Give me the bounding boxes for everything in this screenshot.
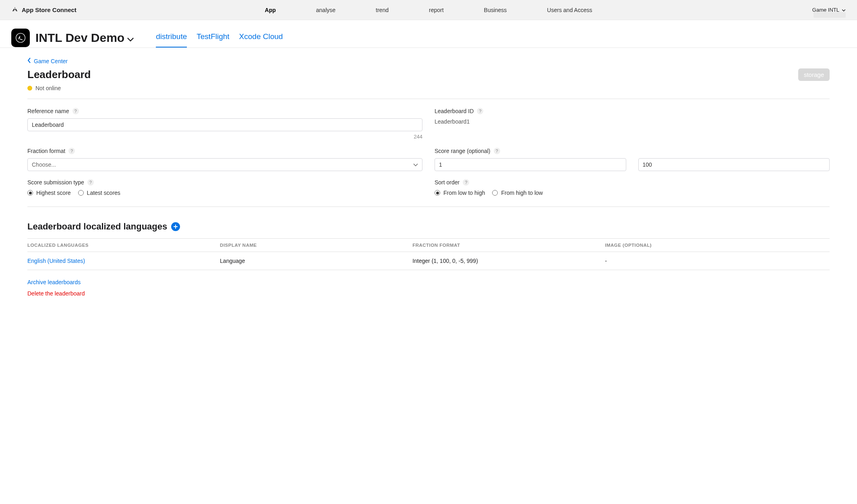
add-language-button[interactable]: [171, 222, 180, 231]
help-icon[interactable]: ?: [463, 179, 469, 186]
radio-highest-score-label: Highest score: [36, 190, 71, 196]
chevron-left-icon: [27, 58, 31, 64]
product-name: App Store Connect: [22, 6, 77, 13]
help-icon[interactable]: ?: [477, 108, 483, 114]
fraction-format-cell: Integer (1, 100, 0, -5, 999): [412, 252, 605, 270]
tab-distribute[interactable]: distribute: [156, 28, 187, 48]
breadcrumb-text: Game Center: [34, 58, 68, 64]
chevron-down-icon: [127, 31, 134, 45]
col-image: IMAGE (OPTIONAL): [605, 239, 830, 252]
radio-highest-score[interactable]: [27, 190, 33, 196]
col-localized-languages: LOCALIZED LANGUAGES: [27, 239, 220, 252]
app-icon: [11, 29, 30, 47]
fraction-format-field: Fraction format ? Choose...: [27, 148, 422, 171]
col-display-name: DISPLAY NAME: [220, 239, 412, 252]
app-title-text: INTL Dev Demo: [35, 31, 124, 45]
score-range-field: Score range (optional) ?: [435, 148, 830, 171]
radio-high-to-low[interactable]: [492, 190, 498, 196]
radio-low-to-high-label: From low to high: [443, 190, 485, 196]
status-row: Not online: [27, 85, 830, 91]
breadcrumb[interactable]: Game Center: [27, 58, 830, 64]
col-fraction-format: FRACTION FORMAT: [412, 239, 605, 252]
score-range-min-input[interactable]: [435, 158, 626, 171]
score-submission-field: Score submission type ? Highest score La…: [27, 179, 422, 196]
svg-point-0: [16, 33, 25, 43]
languages-table: LOCALIZED LANGUAGES DISPLAY NAME FRACTIO…: [27, 238, 830, 270]
chevron-down-icon: [413, 161, 418, 168]
reference-name-counter: 244: [27, 134, 422, 140]
score-range-label: Score range (optional): [435, 148, 491, 154]
help-icon[interactable]: ?: [68, 148, 75, 154]
reference-name-label: Reference name: [27, 108, 69, 114]
leaderboard-id-field: Leaderboard ID ? Leaderboard1: [435, 108, 830, 140]
leaderboard-id-value: Leaderboard1: [435, 118, 830, 125]
sort-order-label: Sort order: [435, 179, 460, 186]
top-bar: App Store Connect App analyse trend repo…: [0, 0, 857, 20]
reference-name-field: Reference name ? 244: [27, 108, 422, 140]
divider: [27, 207, 830, 207]
archive-leaderboards-link[interactable]: Archive leaderboards: [27, 279, 830, 285]
display-name-cell: Language: [220, 252, 412, 270]
app-header: INTL Dev Demo distribute TestFlight Xcod…: [0, 20, 857, 48]
help-icon[interactable]: ?: [494, 148, 500, 154]
language-link[interactable]: English (United States): [27, 258, 85, 264]
divider: [27, 99, 830, 99]
radio-latest-scores-label: Latest scores: [87, 190, 120, 196]
delete-leaderboard-link[interactable]: Delete the leaderboard: [27, 290, 830, 297]
reference-name-input[interactable]: [27, 118, 422, 131]
app-tabs: distribute TestFlight Xcode Cloud: [156, 28, 283, 48]
fraction-format-select[interactable]: Choose...: [27, 158, 422, 171]
radio-high-to-low-label: From high to low: [501, 190, 542, 196]
fraction-format-placeholder: Choose...: [32, 161, 56, 168]
radio-latest-scores[interactable]: [78, 190, 84, 196]
logo-section[interactable]: App Store Connect: [11, 6, 77, 14]
image-cell: -: [605, 252, 830, 270]
app-store-connect-icon: [11, 6, 19, 14]
content: Game Center Leaderboard storage Not onli…: [0, 48, 857, 313]
score-submission-label: Score submission type: [27, 179, 84, 186]
storage-button[interactable]: storage: [798, 68, 830, 81]
nav-app[interactable]: App: [265, 7, 276, 13]
top-nav: App analyse trend report Business Users …: [265, 7, 592, 13]
sort-order-field: Sort order ? From low to high From high …: [435, 179, 830, 196]
nav-business[interactable]: Business: [484, 7, 507, 13]
app-title[interactable]: INTL Dev Demo: [35, 31, 134, 45]
status-dot-icon: [27, 86, 32, 91]
blurred-region: [814, 12, 846, 18]
nav-analyse[interactable]: analyse: [316, 7, 335, 13]
radio-low-to-high[interactable]: [435, 190, 440, 196]
help-icon[interactable]: ?: [72, 108, 79, 114]
tab-testflight[interactable]: TestFlight: [197, 28, 229, 48]
nav-report[interactable]: report: [429, 7, 444, 13]
table-row: English (United States) Language Integer…: [27, 252, 830, 270]
leaderboard-id-label: Leaderboard ID: [435, 108, 474, 114]
nav-trend[interactable]: trend: [376, 7, 389, 13]
nav-users-access[interactable]: Users and Access: [547, 7, 592, 13]
help-icon[interactable]: ?: [87, 179, 94, 186]
languages-section-title: Leaderboard localized languages: [27, 221, 167, 232]
tab-xcode-cloud[interactable]: Xcode Cloud: [239, 28, 283, 48]
fraction-format-label: Fraction format: [27, 148, 65, 154]
page-title: Leaderboard: [27, 68, 91, 81]
status-text: Not online: [35, 85, 61, 91]
score-range-max-input[interactable]: [638, 158, 830, 171]
